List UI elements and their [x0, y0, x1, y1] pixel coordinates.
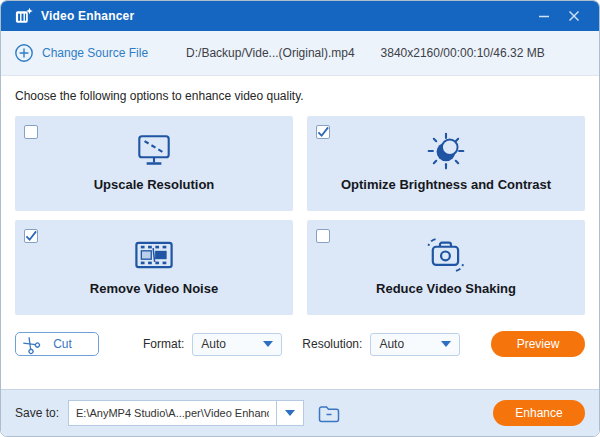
option-card-reduce-shaking[interactable]: Reduce Video Shaking — [307, 220, 585, 315]
browse-folder-button[interactable] — [317, 403, 341, 424]
resolution-dropdown[interactable]: Auto — [370, 333, 460, 356]
monitor-upscale-icon — [133, 133, 175, 169]
titlebar[interactable]: Video Enhancer — [1, 1, 599, 31]
save-path-dropdown-button[interactable] — [276, 400, 304, 426]
chevron-down-icon — [263, 341, 273, 347]
source-file-info: 3840x2160/00:00:10/46.32 MB — [381, 46, 545, 60]
format-label: Format: — [143, 337, 184, 351]
minimize-button[interactable] — [529, 3, 559, 29]
option-label: Upscale Resolution — [94, 177, 215, 192]
brightness-contrast-icon — [425, 130, 467, 172]
format-value: Auto — [201, 337, 263, 351]
close-icon — [567, 9, 581, 23]
check-icon — [25, 230, 37, 242]
source-file-name: D:/Backup/Vide...(Original).mp4 — [186, 46, 355, 60]
controls-bar: Cut Format: Auto Resolution: Auto Previe… — [1, 331, 599, 357]
chevron-down-icon — [285, 410, 295, 416]
option-label: Reduce Video Shaking — [376, 281, 516, 296]
content-area: Choose the following options to enhance … — [1, 89, 599, 315]
close-button[interactable] — [559, 3, 589, 29]
change-source-button[interactable]: Change Source File — [14, 43, 148, 63]
app-icon — [14, 7, 33, 26]
remove-noise-checkbox[interactable] — [24, 229, 38, 243]
folder-icon — [317, 403, 341, 424]
footer-bar: Save to: Enhance — [1, 389, 599, 436]
save-to-label: Save to: — [15, 406, 59, 420]
cut-label: Cut — [39, 337, 92, 351]
save-path-combo — [68, 400, 304, 426]
camera-shake-icon — [424, 236, 468, 274]
video-enhancer-window: Video Enhancer Change Source Fi — [0, 0, 600, 437]
options-grid: Upscale Resolution — [15, 116, 585, 315]
chevron-down-icon — [441, 341, 451, 347]
format-dropdown[interactable]: Auto — [192, 333, 282, 356]
change-source-label: Change Source File — [42, 46, 148, 60]
cut-button[interactable]: Cut — [15, 332, 99, 356]
resolution-label: Resolution: — [302, 337, 362, 351]
optimize-brightness-checkbox[interactable] — [316, 125, 330, 139]
enhance-button[interactable]: Enhance — [493, 400, 585, 426]
option-card-remove-noise[interactable]: Remove Video Noise — [15, 220, 293, 315]
plus-circle-icon — [14, 43, 34, 63]
option-card-upscale-resolution[interactable]: Upscale Resolution — [15, 116, 293, 211]
option-label: Optimize Brightness and Contrast — [341, 177, 551, 192]
film-noise-icon — [132, 238, 176, 272]
preview-button[interactable]: Preview — [491, 331, 585, 357]
option-card-optimize-brightness[interactable]: Optimize Brightness and Contrast — [307, 116, 585, 211]
resolution-value: Auto — [379, 337, 441, 351]
save-path-input[interactable] — [68, 400, 276, 426]
check-icon — [317, 126, 329, 138]
option-label: Remove Video Noise — [90, 281, 218, 296]
scissors-icon — [18, 332, 42, 356]
window-title: Video Enhancer — [41, 9, 134, 23]
upscale-resolution-checkbox[interactable] — [24, 125, 38, 139]
instruction-text: Choose the following options to enhance … — [15, 89, 585, 103]
reduce-shaking-checkbox[interactable] — [316, 229, 330, 243]
minimize-icon — [537, 9, 551, 23]
source-toolbar: Change Source File D:/Backup/Vide...(Ori… — [1, 31, 599, 76]
